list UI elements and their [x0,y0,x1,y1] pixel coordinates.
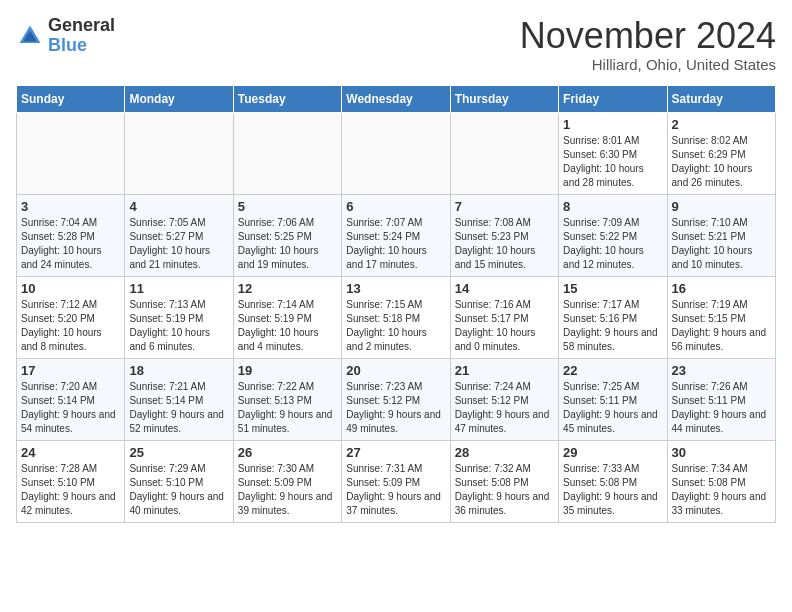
location: Hilliard, Ohio, United States [520,56,776,73]
day-info: Sunrise: 7:33 AMSunset: 5:08 PMDaylight:… [563,462,662,518]
day-number: 5 [238,199,337,214]
day-number: 3 [21,199,120,214]
day-number: 17 [21,363,120,378]
day-number: 7 [455,199,554,214]
day-info: Sunrise: 7:22 AMSunset: 5:13 PMDaylight:… [238,380,337,436]
day-cell: 23Sunrise: 7:26 AMSunset: 5:11 PMDayligh… [667,358,775,440]
logo-icon [16,22,44,50]
title-block: November 2024 Hilliard, Ohio, United Sta… [520,16,776,73]
day-cell: 3Sunrise: 7:04 AMSunset: 5:28 PMDaylight… [17,194,125,276]
week-row-3: 10Sunrise: 7:12 AMSunset: 5:20 PMDayligh… [17,276,776,358]
day-number: 10 [21,281,120,296]
day-info: Sunrise: 7:10 AMSunset: 5:21 PMDaylight:… [672,216,771,272]
day-cell: 6Sunrise: 7:07 AMSunset: 5:24 PMDaylight… [342,194,450,276]
day-number: 2 [672,117,771,132]
day-info: Sunrise: 7:32 AMSunset: 5:08 PMDaylight:… [455,462,554,518]
day-info: Sunrise: 7:13 AMSunset: 5:19 PMDaylight:… [129,298,228,354]
day-cell: 16Sunrise: 7:19 AMSunset: 5:15 PMDayligh… [667,276,775,358]
day-info: Sunrise: 7:12 AMSunset: 5:20 PMDaylight:… [21,298,120,354]
day-number: 23 [672,363,771,378]
day-cell: 7Sunrise: 7:08 AMSunset: 5:23 PMDaylight… [450,194,558,276]
day-info: Sunrise: 7:08 AMSunset: 5:23 PMDaylight:… [455,216,554,272]
day-info: Sunrise: 7:15 AMSunset: 5:18 PMDaylight:… [346,298,445,354]
day-cell: 9Sunrise: 7:10 AMSunset: 5:21 PMDaylight… [667,194,775,276]
day-info: Sunrise: 7:26 AMSunset: 5:11 PMDaylight:… [672,380,771,436]
day-number: 19 [238,363,337,378]
day-cell: 19Sunrise: 7:22 AMSunset: 5:13 PMDayligh… [233,358,341,440]
logo: General Blue [16,16,115,56]
day-info: Sunrise: 7:29 AMSunset: 5:10 PMDaylight:… [129,462,228,518]
day-info: Sunrise: 7:34 AMSunset: 5:08 PMDaylight:… [672,462,771,518]
day-info: Sunrise: 8:01 AMSunset: 6:30 PMDaylight:… [563,134,662,190]
day-number: 26 [238,445,337,460]
day-cell: 26Sunrise: 7:30 AMSunset: 5:09 PMDayligh… [233,440,341,522]
day-number: 15 [563,281,662,296]
day-cell: 1Sunrise: 8:01 AMSunset: 6:30 PMDaylight… [559,112,667,194]
day-info: Sunrise: 7:04 AMSunset: 5:28 PMDaylight:… [21,216,120,272]
day-cell: 27Sunrise: 7:31 AMSunset: 5:09 PMDayligh… [342,440,450,522]
day-info: Sunrise: 7:24 AMSunset: 5:12 PMDaylight:… [455,380,554,436]
day-cell [342,112,450,194]
day-info: Sunrise: 7:06 AMSunset: 5:25 PMDaylight:… [238,216,337,272]
day-number: 1 [563,117,662,132]
day-number: 30 [672,445,771,460]
day-cell: 13Sunrise: 7:15 AMSunset: 5:18 PMDayligh… [342,276,450,358]
day-cell: 22Sunrise: 7:25 AMSunset: 5:11 PMDayligh… [559,358,667,440]
day-info: Sunrise: 7:14 AMSunset: 5:19 PMDaylight:… [238,298,337,354]
day-info: Sunrise: 7:19 AMSunset: 5:15 PMDaylight:… [672,298,771,354]
day-number: 18 [129,363,228,378]
day-info: Sunrise: 7:23 AMSunset: 5:12 PMDaylight:… [346,380,445,436]
week-row-4: 17Sunrise: 7:20 AMSunset: 5:14 PMDayligh… [17,358,776,440]
day-number: 8 [563,199,662,214]
day-number: 16 [672,281,771,296]
page-header: General Blue November 2024 Hilliard, Ohi… [16,16,776,73]
day-cell: 8Sunrise: 7:09 AMSunset: 5:22 PMDaylight… [559,194,667,276]
day-info: Sunrise: 7:31 AMSunset: 5:09 PMDaylight:… [346,462,445,518]
day-info: Sunrise: 7:25 AMSunset: 5:11 PMDaylight:… [563,380,662,436]
day-info: Sunrise: 7:09 AMSunset: 5:22 PMDaylight:… [563,216,662,272]
weekday-header-wednesday: Wednesday [342,85,450,112]
day-info: Sunrise: 7:21 AMSunset: 5:14 PMDaylight:… [129,380,228,436]
weekday-header-tuesday: Tuesday [233,85,341,112]
day-cell: 20Sunrise: 7:23 AMSunset: 5:12 PMDayligh… [342,358,450,440]
day-cell: 30Sunrise: 7:34 AMSunset: 5:08 PMDayligh… [667,440,775,522]
day-cell: 24Sunrise: 7:28 AMSunset: 5:10 PMDayligh… [17,440,125,522]
weekday-header-friday: Friday [559,85,667,112]
day-number: 29 [563,445,662,460]
weekday-header-thursday: Thursday [450,85,558,112]
week-row-2: 3Sunrise: 7:04 AMSunset: 5:28 PMDaylight… [17,194,776,276]
weekday-header-monday: Monday [125,85,233,112]
day-number: 6 [346,199,445,214]
day-number: 4 [129,199,228,214]
day-cell: 28Sunrise: 7:32 AMSunset: 5:08 PMDayligh… [450,440,558,522]
day-cell: 17Sunrise: 7:20 AMSunset: 5:14 PMDayligh… [17,358,125,440]
day-cell [17,112,125,194]
weekday-header-sunday: Sunday [17,85,125,112]
day-cell: 25Sunrise: 7:29 AMSunset: 5:10 PMDayligh… [125,440,233,522]
day-number: 27 [346,445,445,460]
day-cell: 2Sunrise: 8:02 AMSunset: 6:29 PMDaylight… [667,112,775,194]
day-number: 28 [455,445,554,460]
day-info: Sunrise: 7:30 AMSunset: 5:09 PMDaylight:… [238,462,337,518]
day-number: 22 [563,363,662,378]
day-number: 12 [238,281,337,296]
day-cell: 21Sunrise: 7:24 AMSunset: 5:12 PMDayligh… [450,358,558,440]
logo-text: General Blue [48,16,115,56]
day-info: Sunrise: 7:28 AMSunset: 5:10 PMDaylight:… [21,462,120,518]
day-cell: 15Sunrise: 7:17 AMSunset: 5:16 PMDayligh… [559,276,667,358]
day-number: 11 [129,281,228,296]
day-cell: 10Sunrise: 7:12 AMSunset: 5:20 PMDayligh… [17,276,125,358]
day-number: 24 [21,445,120,460]
day-cell: 12Sunrise: 7:14 AMSunset: 5:19 PMDayligh… [233,276,341,358]
day-cell [125,112,233,194]
day-cell: 18Sunrise: 7:21 AMSunset: 5:14 PMDayligh… [125,358,233,440]
day-info: Sunrise: 7:07 AMSunset: 5:24 PMDaylight:… [346,216,445,272]
week-row-5: 24Sunrise: 7:28 AMSunset: 5:10 PMDayligh… [17,440,776,522]
day-cell: 14Sunrise: 7:16 AMSunset: 5:17 PMDayligh… [450,276,558,358]
day-number: 13 [346,281,445,296]
day-info: Sunrise: 7:20 AMSunset: 5:14 PMDaylight:… [21,380,120,436]
calendar: SundayMondayTuesdayWednesdayThursdayFrid… [16,85,776,523]
day-number: 25 [129,445,228,460]
weekday-header-saturday: Saturday [667,85,775,112]
day-info: Sunrise: 7:16 AMSunset: 5:17 PMDaylight:… [455,298,554,354]
